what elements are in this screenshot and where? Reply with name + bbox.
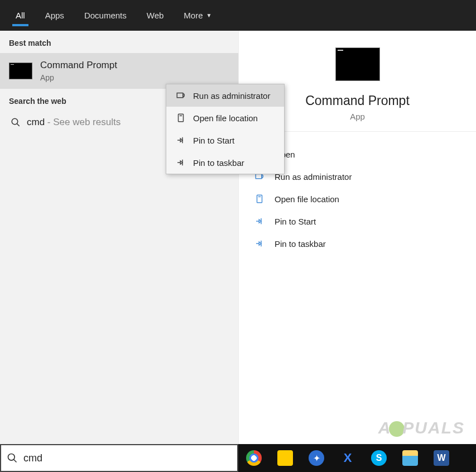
taskbar-tray: ✦ X S W [238, 444, 476, 472]
watermark-logo: APUALS [378, 418, 465, 437]
action-open-location-label: Open file location [275, 194, 339, 204]
detail-title: Command Prompt [305, 93, 410, 108]
action-pin-start[interactable]: Pin to Start [239, 210, 476, 232]
svg-line-1 [17, 123, 20, 126]
filter-tabs: All Apps Documents Web More ▼ [0, 0, 476, 31]
search-box[interactable] [0, 444, 238, 472]
svg-point-7 [8, 454, 15, 461]
context-pin-taskbar-label: Pin to taskbar [193, 158, 244, 168]
detail-subtitle: App [350, 112, 365, 121]
app-x-icon[interactable]: X [340, 450, 355, 466]
web-result-text: cmd - See web results [27, 117, 121, 128]
tab-documents[interactable]: Documents [74, 0, 137, 31]
context-open-location-label: Open file location [193, 113, 258, 123]
svg-rect-4 [257, 195, 262, 203]
context-pin-start-label: Pin to Start [193, 136, 234, 145]
context-run-admin[interactable]: Run as administrator [166, 84, 284, 107]
action-pin-taskbar-label: Pin to taskbar [275, 239, 326, 249]
tab-apps[interactable]: Apps [35, 0, 74, 31]
tab-more-label: More [184, 11, 203, 20]
context-menu: Run as administrator Open file location … [166, 84, 285, 174]
svg-point-0 [12, 118, 18, 125]
pin-icon [252, 239, 267, 249]
action-run-admin-label: Run as administrator [275, 172, 352, 182]
search-icon [1, 452, 23, 464]
context-pin-taskbar[interactable]: Pin to taskbar [166, 151, 284, 174]
context-run-admin-label: Run as administrator [193, 91, 270, 101]
chat-icon[interactable]: ✦ [309, 450, 324, 466]
svg-line-8 [14, 460, 17, 463]
chevron-down-icon: ▼ [206, 12, 212, 18]
pin-icon [174, 158, 187, 168]
tab-web[interactable]: Web [137, 0, 174, 31]
action-open-location[interactable]: Open file location [239, 188, 476, 210]
svg-rect-6 [179, 114, 184, 122]
action-pin-start-label: Pin to Start [275, 217, 316, 226]
context-pin-start[interactable]: Pin to Start [166, 129, 284, 151]
folder-icon [252, 194, 267, 204]
tab-all[interactable]: All [6, 0, 35, 31]
file-explorer-icon[interactable] [402, 450, 418, 466]
svg-rect-3 [256, 174, 262, 179]
pin-icon [252, 216, 267, 226]
folder-icon [174, 113, 187, 123]
word-icon[interactable]: W [434, 450, 449, 466]
best-match-text: Command Prompt App [40, 60, 117, 82]
chrome-icon[interactable] [246, 450, 262, 466]
tab-more[interactable]: More ▼ [174, 0, 222, 31]
action-pin-taskbar[interactable]: Pin to taskbar [239, 232, 476, 255]
best-match-title: Command Prompt [40, 60, 117, 71]
sticky-notes-icon[interactable] [277, 450, 293, 466]
svg-rect-5 [177, 93, 183, 98]
pin-icon [174, 135, 187, 145]
command-prompt-icon [9, 63, 32, 79]
context-open-location[interactable]: Open file location [166, 107, 284, 129]
command-prompt-icon-large [335, 47, 380, 81]
search-icon [9, 117, 22, 127]
taskbar: ✦ X S W [0, 444, 476, 472]
shield-icon [174, 90, 187, 101]
best-match-heading: Best match [0, 31, 238, 53]
search-input[interactable] [23, 452, 237, 464]
skype-icon[interactable]: S [371, 450, 387, 466]
web-suffix: - See web results [45, 117, 121, 127]
web-term: cmd [27, 117, 45, 127]
best-match-subtitle: App [40, 73, 117, 82]
